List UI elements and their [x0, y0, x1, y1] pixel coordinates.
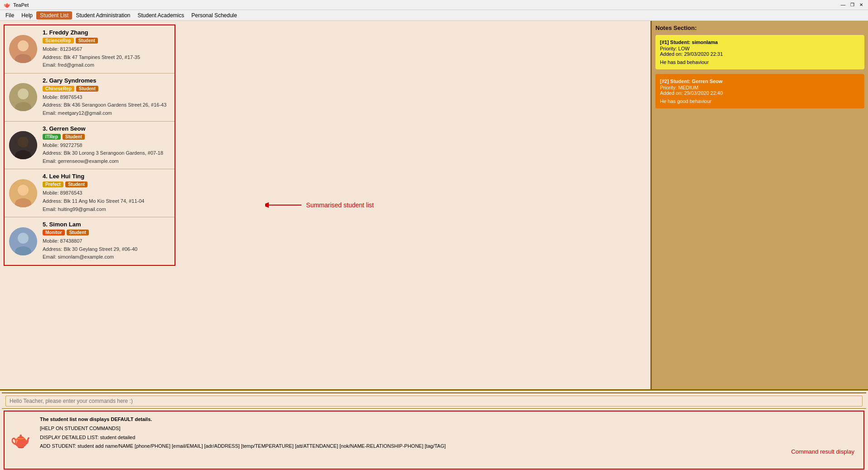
tag-label: ScienceRep [43, 38, 74, 44]
student-tags: PrefectStudent [43, 181, 170, 187]
student-info: 4. Lee Hui TingPrefectStudentMobile: 898… [43, 173, 170, 213]
tag-label: Student [76, 38, 98, 44]
note-body: He has good behaviour [660, 98, 860, 104]
tag-label: ITRep [43, 134, 61, 140]
note-header: [#1] Student: simonlama [660, 39, 860, 45]
note-priority: Priority: LOW [660, 46, 860, 51]
student-details: Mobile: 89876543Address: Blk 436 Serango… [43, 93, 170, 118]
result-panel: 🫖 The student list now displays DEFAULT … [4, 411, 864, 470]
result-text: The student list now displays DEFAULT de… [36, 411, 863, 469]
result-line: DISPLAY DETAILED LIST: student detailed [40, 435, 135, 440]
window-controls: — ❐ ✕ [840, 2, 864, 8]
note-priority: Priority: MEDIUM [660, 85, 860, 90]
tag-label: Student [65, 181, 87, 187]
tag-label: Student [76, 86, 98, 92]
student-name: 1. Freddy Zhang [43, 29, 170, 36]
note-card: [#1] Student: simonlama Priority: LOW Ad… [655, 35, 864, 69]
avatar [9, 83, 37, 111]
tag-label: Student [67, 230, 89, 235]
student-name: 2. Gary Syndromes [43, 77, 170, 84]
app-icon: 🫖 [4, 2, 10, 8]
note-added: Added on: 29/03/2020 22:40 [660, 90, 860, 96]
student-details: Mobile: 99272758Address: Blk 30 Lorong 3… [43, 142, 170, 166]
svg-point-7 [18, 137, 29, 147]
command-input[interactable] [5, 396, 863, 406]
notes-title: Notes Section: [655, 24, 864, 31]
result-line-bold: The student list now displays DEFAULT de… [40, 416, 152, 422]
student-row[interactable]: 1. Freddy ZhangScienceRepStudentMobile: … [5, 25, 175, 73]
minimize-button[interactable]: — [840, 2, 846, 8]
menu-personal-schedule[interactable]: Personal Schedule [188, 11, 241, 20]
svg-point-4 [18, 88, 29, 99]
student-details: Mobile: 87438807Address: Blk 30 Geylang … [43, 237, 170, 261]
bottom-wrapper: 🫖 The student list now displays DEFAULT … [0, 389, 868, 470]
student-list: 1. Freddy ZhangScienceRepStudentMobile: … [4, 24, 175, 266]
menu-file[interactable]: File [2, 11, 18, 20]
student-row[interactable]: 4. Lee Hui TingPrefectStudentMobile: 898… [5, 169, 175, 217]
student-tags: ITRepStudent [43, 134, 170, 140]
tag-label: Prefect [43, 181, 63, 187]
avatar [9, 35, 37, 63]
note-card: [#2] Student: Gerren Seow Priority: MEDI… [655, 74, 864, 108]
command-section: 🫖 The student list now displays DEFAULT … [0, 391, 868, 470]
svg-point-1 [18, 40, 29, 51]
app-title: TeaPet [13, 2, 840, 8]
command-input-area [2, 392, 866, 409]
result-line: ADD STUDENT: student add name/NAME [phon… [40, 443, 446, 449]
svg-point-13 [18, 233, 29, 244]
arrow-icon [265, 201, 301, 210]
student-list-wrapper: 1. Freddy ZhangScienceRepStudentMobile: … [0, 21, 179, 389]
menu-help[interactable]: Help [18, 11, 36, 20]
result-line: [HELP ON STUDENT COMMANDS] [40, 426, 120, 431]
menu-bar: File Help Student List Student Administr… [0, 10, 868, 21]
svg-point-10 [18, 185, 29, 196]
student-details: Mobile: 89876543Address: Blk 11 Ang Mo K… [43, 189, 170, 213]
annotation-label: Summarised student list [306, 201, 373, 209]
student-row[interactable]: 2. Gary SyndromesChineseRepStudentMobile… [5, 73, 175, 122]
menu-student-admin[interactable]: Student Administration [72, 11, 134, 20]
restore-button[interactable]: ❐ [849, 2, 855, 8]
note-body: He has bad behaviour [660, 59, 860, 65]
menu-student-academics[interactable]: Student Academics [134, 11, 188, 20]
student-info: 3. Gerren SeowITRepStudentMobile: 992727… [43, 125, 170, 166]
result-icon: 🫖 [5, 411, 36, 469]
student-name: 3. Gerren Seow [43, 125, 170, 132]
avatar [9, 179, 37, 207]
title-bar: 🫖 TeaPet — ❐ ✕ [0, 0, 868, 10]
student-tags: MonitorStudent [43, 230, 170, 235]
student-info: 2. Gary SyndromesChineseRepStudentMobile… [43, 77, 170, 118]
student-name: 5. Simon Lam [43, 221, 170, 228]
arrow-annotation: Summarised student list [265, 201, 373, 210]
student-details: Mobile: 81234567Address: Blk 47 Tampines… [43, 45, 170, 69]
student-tags: ChineseRepStudent [43, 86, 170, 92]
student-tags: ScienceRepStudent [43, 38, 170, 44]
student-info: 1. Freddy ZhangScienceRepStudentMobile: … [43, 29, 170, 69]
annotation-area: Summarised student list [179, 21, 460, 389]
note-added: Added on: 29/03/2020 22:31 [660, 51, 860, 57]
tag-label: Monitor [43, 230, 65, 235]
student-row[interactable]: 3. Gerren SeowITRepStudentMobile: 992727… [5, 122, 175, 170]
avatar [9, 131, 37, 159]
student-name: 4. Lee Hui Ting [43, 173, 170, 180]
avatar [9, 227, 37, 255]
left-area: 1. Freddy ZhangScienceRepStudentMobile: … [0, 21, 650, 389]
close-button[interactable]: ✕ [858, 2, 864, 8]
student-row[interactable]: 5. Simon LamMonitorStudentMobile: 874388… [5, 217, 175, 265]
result-display-label: Command result display [791, 448, 854, 455]
student-info: 5. Simon LamMonitorStudentMobile: 874388… [43, 221, 170, 261]
result-area: 🫖 The student list now displays DEFAULT … [2, 411, 866, 470]
tag-label: Student [63, 134, 85, 140]
notes-list: [#1] Student: simonlama Priority: LOW Ad… [655, 35, 864, 108]
notes-panel: Notes Section: [#1] Student: simonlama P… [650, 21, 868, 389]
note-header: [#2] Student: Gerren Seow [660, 78, 860, 84]
menu-student-list[interactable]: Student List [36, 11, 72, 20]
tag-label: ChineseRep [43, 86, 74, 92]
main-content: 1. Freddy ZhangScienceRepStudentMobile: … [0, 21, 868, 389]
